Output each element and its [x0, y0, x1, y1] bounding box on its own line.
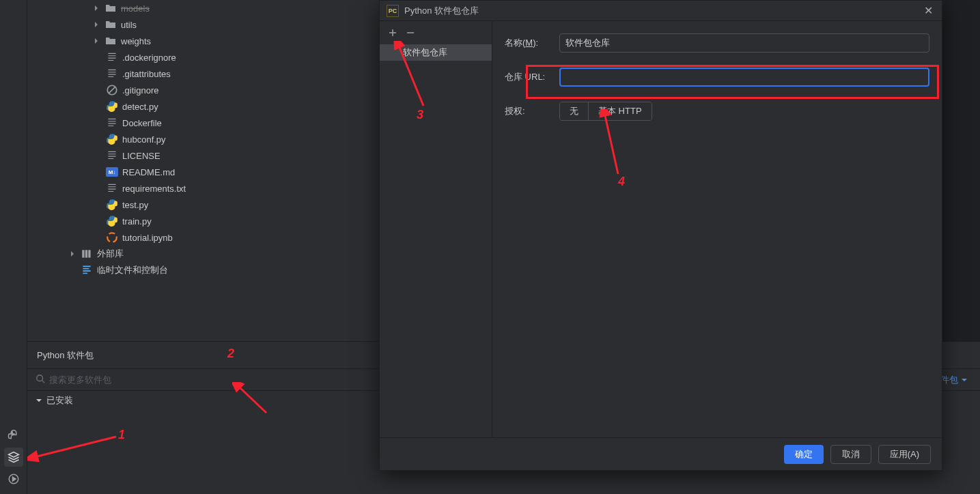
text-file-icon — [106, 149, 118, 162]
repo-name-input[interactable] — [559, 33, 929, 53]
tree-file-license[interactable]: LICENSE — [27, 147, 382, 164]
tree-file-readme[interactable]: M↓ README.md — [27, 164, 382, 180]
chevron-right-icon — [92, 5, 100, 12]
python-repos-dialog: PC Python 软件包仓库 ✕ 软件包仓库 名称(M): 仓库 URL: — [379, 0, 942, 471]
tree-file-requirements[interactable]: requirements.txt — [27, 180, 382, 197]
annotation-number-1: 1 — [118, 428, 125, 442]
apply-button[interactable]: 应用(A) — [878, 445, 931, 464]
tree-file-gitignore[interactable]: .gitignore — [27, 82, 382, 98]
chevron-right-icon — [92, 38, 100, 44]
text-file-icon — [106, 182, 118, 194]
tree-file-test[interactable]: test.py — [27, 197, 382, 213]
python-console-tool-button[interactable] — [4, 426, 23, 445]
tree-label: .gitattributes — [122, 69, 171, 79]
python-file-icon — [106, 199, 118, 211]
svg-rect-5 — [88, 250, 90, 257]
svg-rect-4 — [85, 250, 87, 257]
tree-file-dockerfile[interactable]: Dockerfile — [27, 115, 382, 131]
left-tool-rail — [0, 0, 27, 494]
repo-list-item[interactable]: 软件包仓库 — [380, 44, 492, 61]
text-file-icon — [106, 117, 118, 129]
folder-icon — [104, 35, 117, 47]
tree-label: train.py — [122, 216, 152, 227]
remove-repo-button[interactable] — [403, 25, 418, 40]
tree-file-tutorial[interactable]: tutorial.ipynb — [27, 229, 382, 246]
jupyter-file-icon — [106, 231, 118, 244]
cancel-button[interactable]: 取消 — [830, 445, 871, 464]
tree-external-libraries[interactable]: 外部库 — [27, 246, 382, 262]
auth-basic-button[interactable]: 基本 HTTP — [588, 102, 652, 120]
text-file-icon — [106, 68, 118, 80]
chevron-down-icon — [961, 377, 968, 383]
ok-button[interactable]: 确定 — [784, 445, 824, 464]
chevron-right-icon — [92, 21, 100, 28]
tree-file-hubconf[interactable]: hubconf.py — [27, 131, 382, 147]
repo-form: 名称(M): 仓库 URL: 授权: 无 基本 HTTP — [492, 21, 942, 437]
annotation-number-3: 3 — [417, 108, 423, 122]
scratches-icon — [81, 264, 93, 276]
project-tree: models utils weights .dockerignore .gita… — [27, 0, 382, 341]
tree-label: 外部库 — [97, 248, 124, 260]
search-icon — [36, 374, 45, 386]
svg-rect-3 — [82, 250, 84, 257]
tree-label: test.py — [122, 200, 148, 210]
tree-label: README.md — [122, 167, 175, 177]
name-label: 名称(M): — [505, 37, 554, 49]
text-file-icon — [106, 51, 118, 63]
tree-label: Dockerfile — [122, 118, 162, 128]
tree-scratches[interactable]: 临时文件和控制台 — [27, 262, 382, 278]
auth-none-button[interactable]: 无 — [560, 102, 588, 120]
tree-folder-weights[interactable]: weights — [27, 33, 382, 49]
annotation-number-4: 4 — [618, 175, 625, 189]
tree-file-detect[interactable]: detect.py — [27, 98, 382, 115]
installed-label: 已安装 — [46, 394, 73, 407]
folder-icon — [104, 18, 117, 31]
tree-label: 临时文件和控制台 — [97, 264, 168, 276]
tree-file-train[interactable]: train.py — [27, 213, 382, 229]
folder-icon — [104, 2, 117, 14]
chevron-down-icon — [36, 397, 42, 404]
tree-file-dockerignore[interactable]: .dockerignore — [27, 49, 382, 66]
svg-point-2 — [107, 233, 117, 242]
annotation-number-2: 2 — [227, 347, 234, 361]
auth-toggle: 无 基本 HTTP — [559, 102, 652, 121]
auth-label: 授权: — [505, 105, 554, 117]
run-tool-button[interactable] — [4, 469, 23, 489]
tree-folder-utils[interactable]: utils — [27, 16, 382, 33]
python-file-icon — [106, 100, 118, 113]
pycharm-badge-icon: PC — [387, 5, 399, 17]
tree-label: .dockerignore — [122, 53, 176, 63]
tree-label: detect.py — [122, 102, 158, 112]
tree-label: models — [121, 3, 150, 14]
close-icon[interactable]: ✕ — [921, 4, 935, 17]
dialog-header: PC Python 软件包仓库 ✕ — [380, 1, 942, 21]
add-repo-button[interactable] — [385, 25, 400, 40]
repo-list-pane: 软件包仓库 — [380, 21, 492, 437]
tree-label: requirements.txt — [122, 184, 186, 194]
tree-label: weights — [121, 36, 151, 46]
tree-label: tutorial.ipynb — [122, 233, 173, 243]
python-file-icon — [106, 133, 118, 145]
tree-label: hubconf.py — [122, 134, 166, 145]
chevron-right-icon — [68, 250, 76, 257]
markdown-file-icon: M↓ — [106, 167, 118, 177]
repo-url-input[interactable] — [559, 68, 929, 87]
tree-label: utils — [121, 20, 137, 30]
python-file-icon — [106, 215, 118, 227]
tree-file-gitattributes[interactable]: .gitattributes — [27, 66, 382, 82]
library-icon — [81, 248, 93, 260]
svg-point-6 — [37, 375, 43, 381]
tree-label: LICENSE — [122, 151, 160, 161]
dialog-footer: 确定 取消 应用(A) — [380, 437, 942, 470]
packages-tool-button[interactable] — [4, 448, 23, 467]
url-label: 仓库 URL: — [505, 71, 554, 83]
tree-folder-models[interactable]: models — [27, 0, 382, 16]
ignore-file-icon — [106, 84, 118, 96]
tree-label: .gitignore — [122, 85, 158, 96]
dialog-title-text: Python 软件包仓库 — [404, 5, 479, 17]
